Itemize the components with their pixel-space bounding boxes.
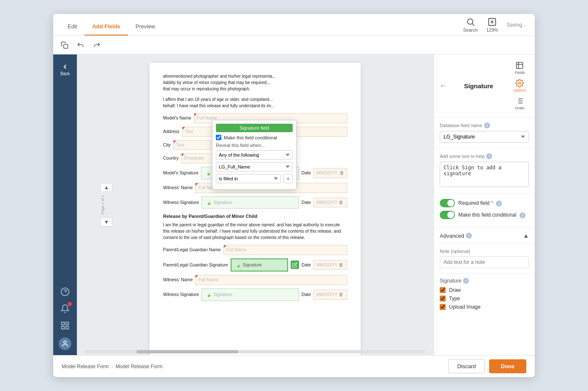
date4-field[interactable]: MM/DD/YY 🗑 — [313, 290, 347, 300]
guardian-sig-label: Parent/Legal Guardian Signature — [163, 262, 228, 269]
witness2-sig-field[interactable]: 🍃 Signature — [201, 288, 299, 301]
section-para: I am the parent or legal guardian of the… — [163, 222, 347, 241]
popup-condition-select[interactable]: is filled in — [216, 174, 281, 183]
draw-checkbox[interactable] — [440, 287, 446, 293]
copy-button[interactable] — [58, 39, 71, 52]
conditional-toggle[interactable] — [440, 211, 455, 219]
note-section: Note (optional) — [434, 244, 535, 274]
discard-button[interactable]: Discard — [448, 359, 485, 373]
back-button[interactable]: Back — [59, 60, 71, 79]
help-text-label: Add some text to help i — [440, 153, 529, 159]
type-checkbox[interactable] — [440, 296, 446, 301]
toggle-section: Required field * i Make this field condi… — [434, 194, 535, 228]
sig-option-info: i — [463, 278, 469, 284]
db-field-select[interactable]: LG_Signature — [440, 131, 529, 143]
help-icon[interactable] — [60, 287, 70, 297]
breadcrumb-sep: › — [111, 364, 113, 369]
witness-name-label: Witness' Name — [163, 185, 193, 191]
note-input[interactable] — [440, 256, 529, 268]
notification-badge — [68, 302, 72, 306]
doc-para1: aforementioned photographer and his/her … — [163, 73, 347, 92]
scroll-down-arrow[interactable]: ▼ — [101, 218, 112, 226]
guardian-sig-field[interactable]: 🍃 Signature — [231, 258, 288, 272]
popup-checkbox-label: Make this field conditional — [224, 135, 277, 140]
upload-checkbox[interactable] — [440, 304, 446, 310]
witness-sig-row: Witness Signature 🍃 Signature Date MM/DD… — [163, 196, 347, 209]
svg-rect-9 — [66, 322, 68, 325]
tab-edit[interactable]: Edit — [60, 17, 84, 35]
date3-field[interactable]: MM/DD/YY 🗑 — [313, 260, 347, 270]
witness2-sig-label: Witness Signature — [163, 291, 199, 298]
svg-rect-10 — [66, 326, 68, 329]
popup-checkbox-row: Make this field conditional — [216, 135, 293, 140]
city-label: City — [163, 142, 171, 149]
breadcrumb: Model Release Form › Model Release Form — [62, 364, 163, 369]
document-area[interactable]: ▲ Page 1 of 1 ▼ aforementioned photograp… — [77, 54, 433, 355]
required-toggle[interactable] — [440, 199, 455, 207]
notification-icon[interactable] — [60, 304, 70, 314]
redo-button[interactable] — [90, 39, 103, 52]
sig-option-label: Signature i — [440, 278, 529, 284]
delete-icon2[interactable]: 🗑 — [339, 200, 343, 205]
upload-checkbox-row: Upload Image — [440, 304, 529, 310]
witness-sig-label: Witness Signature — [163, 199, 199, 206]
main-layout: Back — [53, 54, 535, 355]
sig-icon: 🍃 — [206, 170, 211, 176]
delete-icon4[interactable]: 🗑 — [339, 292, 343, 297]
breadcrumb-2: Model Release Form — [115, 364, 162, 369]
tab-preview[interactable]: Preview — [128, 17, 163, 35]
panel-title: Signature — [451, 82, 506, 90]
svg-rect-13 — [517, 62, 523, 69]
popup-add-button[interactable]: + — [283, 174, 293, 183]
order-label: Order — [515, 106, 525, 110]
section-heading: Release by Parent/Guardian of Minor Chil… — [163, 213, 347, 220]
avatar[interactable] — [59, 337, 71, 350]
witness2-name-field[interactable]: Full Name — [195, 275, 347, 285]
witness2-sig-text: Signature — [213, 291, 232, 298]
panel-icon-group: Fields Options Order — [511, 60, 529, 112]
grid-icon[interactable] — [60, 320, 70, 331]
date1-label: Date — [302, 170, 311, 176]
city-field[interactable]: Text — [173, 140, 211, 150]
advanced-header[interactable]: Advanced i ▲ — [434, 228, 535, 244]
search-button[interactable]: Search — [463, 17, 478, 33]
undo-button[interactable] — [74, 39, 87, 52]
order-button[interactable]: Order — [511, 95, 529, 112]
scroll-up-arrow[interactable]: ▲ — [101, 183, 112, 192]
date2-label: Date — [302, 199, 311, 206]
advanced-info-icon: i — [466, 233, 472, 239]
date1-field[interactable]: MM/DD/YY 🗑 — [313, 168, 347, 178]
required-info-icon: i — [496, 201, 502, 206]
popup-sig-label: Signature field — [216, 124, 293, 132]
svg-point-16 — [519, 82, 521, 84]
popup-any-select[interactable]: Any of the following — [216, 150, 293, 160]
delete-icon3[interactable]: 🗑 — [339, 262, 343, 267]
doc-scrollbar[interactable] — [85, 350, 425, 353]
breadcrumb-1: Model Release Form — [62, 364, 109, 369]
done-button[interactable]: Done — [489, 359, 527, 373]
panel-back-arrow[interactable]: ← — [440, 82, 446, 90]
required-toggle-row: Required field * i — [440, 199, 529, 207]
advanced-label: Advanced i — [440, 233, 472, 239]
draw-checkbox-row: Draw — [440, 287, 529, 293]
popup-checkbox[interactable] — [216, 135, 221, 140]
type-checkbox-row: Type — [440, 296, 529, 301]
help-text-area[interactable]: Click Sign to add a signature — [440, 162, 529, 187]
search-label: Search — [463, 27, 478, 33]
guardian-sig-edit-btn[interactable] — [291, 261, 299, 269]
popup-field-select[interactable]: LG_Full_Name — [216, 162, 293, 171]
note-label: Note (optional) — [440, 249, 529, 254]
delete-icon1[interactable]: 🗑 — [340, 170, 344, 175]
toolbar2 — [53, 36, 535, 54]
witness-sig-field[interactable]: 🍃 Signature — [201, 196, 299, 209]
fields-button[interactable]: Fields — [511, 60, 529, 76]
bottom-bar: Model Release Form › Model Release Form … — [53, 355, 535, 377]
date2-field[interactable]: MM/DD/YY 🗑 — [313, 198, 347, 208]
back-label: Back — [60, 71, 70, 76]
popup-reveal-text: Reveal this field when... — [216, 143, 293, 148]
guardian-name-field[interactable]: Full Name — [223, 245, 347, 255]
zoom-button[interactable]: 129% — [486, 17, 498, 33]
popup-condition-row2: is filled in + — [216, 174, 293, 183]
options-button[interactable]: Options — [511, 77, 529, 94]
tab-add-fields[interactable]: Add Fields — [84, 17, 128, 35]
